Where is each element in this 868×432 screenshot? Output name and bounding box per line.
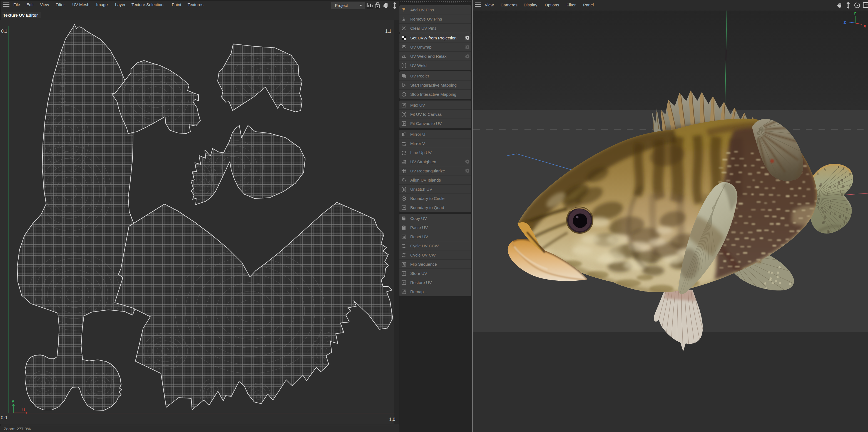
svg-text:0,0: 0,0: [1, 416, 7, 420]
svg-text:X: X: [864, 24, 866, 28]
svg-text:Y: Y: [854, 11, 856, 15]
svg-text:1,0: 1,0: [389, 417, 395, 422]
svg-text:Z: Z: [843, 20, 846, 25]
svg-text:U: U: [22, 407, 25, 412]
svg-text:V: V: [12, 399, 14, 403]
svg-text:0,1: 0,1: [1, 29, 7, 34]
svg-text:1,1: 1,1: [385, 29, 391, 34]
